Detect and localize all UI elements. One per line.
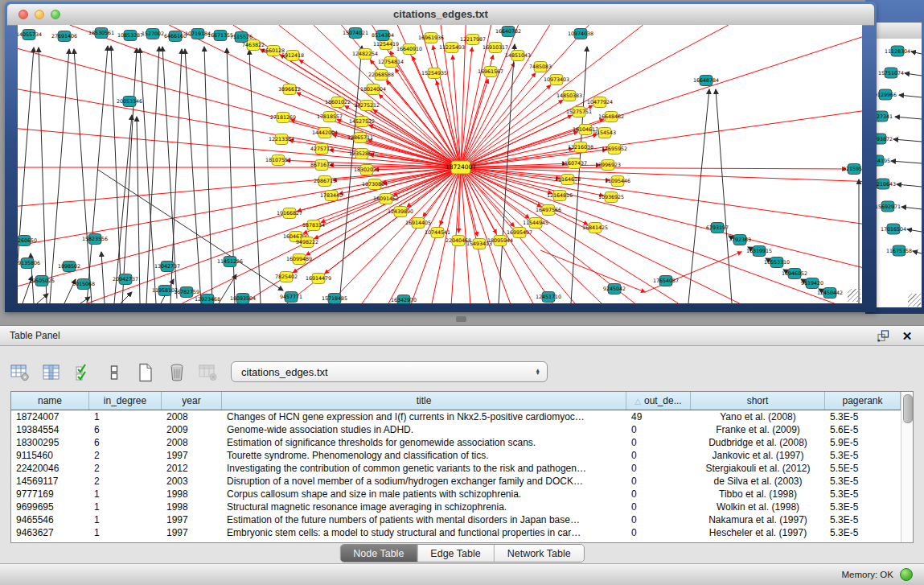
graph-node[interactable]: 16995497 [507, 228, 532, 238]
table-row[interactable]: 1872400712008Changes of HCN gene express… [11, 410, 913, 423]
graph-node[interactable]: 16648784 [693, 76, 719, 86]
graph-node[interactable]: 16640910 [396, 44, 422, 55]
graph-node[interactable]: 8878334 [302, 220, 325, 231]
background-network-canvas[interactable]: 1112830415751074912996692273411209387212… [877, 39, 922, 307]
graph-node[interactable]: 9619420 [801, 278, 823, 289]
graph-node[interactable]: 19166827 [277, 208, 302, 219]
graph-node[interactable]: 12754814 [378, 57, 404, 68]
graph-node[interactable]: 12439890 [388, 207, 413, 217]
graph-node[interactable]: 10477924 [587, 97, 613, 108]
graph-node[interactable]: 15692971 [877, 201, 901, 212]
graph-node[interactable]: 15074021 [343, 28, 368, 39]
scrollbar-thumb[interactable] [903, 394, 913, 423]
table-row[interactable]: 1830029562008Estimation of significance … [11, 436, 913, 449]
new-table-button[interactable] [135, 362, 156, 383]
graph-node[interactable]: 15823556 [82, 234, 108, 245]
background-window-titlebar[interactable] [877, 23, 922, 39]
graph-node[interactable]: 12213384 [269, 134, 294, 145]
graph-node[interactable]: 18601022 [325, 97, 351, 108]
graph-node[interactable]: 12444195 [877, 155, 890, 166]
table-row[interactable]: 1938455462009Genome-wide association stu… [11, 423, 913, 436]
tab-network-table[interactable]: Network Table [494, 545, 584, 562]
graph-node[interactable]: 18107552 [265, 155, 291, 166]
graph-node[interactable]: 14442004 [312, 128, 338, 138]
table-row[interactable]: 911546021997Tourette syndrome. Phenomeno… [11, 449, 913, 462]
graph-node[interactable]: 13042737 [154, 262, 180, 272]
graph-node[interactable]: 9245042 [603, 284, 626, 295]
graph-node[interactable]: 12164816 [547, 191, 573, 201]
graph-node[interactable]: 18530561 [88, 28, 114, 39]
graph-node[interactable]: 14055734 [18, 30, 42, 40]
graph-node[interactable]: 25260650 [18, 236, 37, 246]
graph-node[interactable]: 10853287 [117, 31, 143, 41]
graph-node[interactable]: 12352867 [349, 149, 375, 159]
graph-node[interactable]: 17016504 [881, 224, 906, 234]
graph-node[interactable]: 16910317 [483, 43, 508, 53]
graph-node[interactable]: 10936925 [598, 192, 624, 203]
graph-node[interactable]: 16946052 [782, 269, 807, 279]
graph-node[interactable]: 15254935 [421, 68, 447, 79]
graph-node[interactable]: 18093504 [230, 294, 256, 304]
graph-node[interactable]: 27181269 [270, 113, 296, 123]
select-rows-button[interactable] [72, 362, 93, 383]
column-header-short[interactable]: short [691, 392, 825, 410]
graph-node[interactable]: 9154543 [593, 128, 616, 138]
tab-node-table[interactable]: Node Table [340, 545, 417, 562]
graph-node[interactable]: 2086713 [314, 176, 336, 187]
graph-node[interactable]: 6466160 [164, 31, 187, 42]
table-settings-button[interactable] [10, 362, 31, 383]
graph-node[interactable]: 16841425 [582, 223, 608, 233]
graph-node[interactable]: 9227341 [877, 111, 893, 122]
graph-node[interactable]: 7792363 [729, 235, 751, 245]
graph-node[interactable]: 16342970 [391, 295, 417, 304]
graph-node[interactable]: 16961567 [478, 67, 503, 77]
graph-node[interactable]: 9457771 [280, 292, 302, 303]
graph-node[interactable]: 15751074 [878, 68, 904, 78]
graph-node[interactable]: 14695952 [602, 144, 627, 154]
graph-node[interactable]: 15718485 [322, 294, 347, 304]
resize-grip[interactable] [848, 289, 860, 302]
graph-node[interactable]: 13216038 [568, 142, 593, 153]
graph-node[interactable]: 16914405 [405, 218, 431, 229]
graph-node[interactable]: 14275212 [354, 101, 380, 111]
graph-node[interactable]: 16648462 [598, 112, 624, 122]
graph-node[interactable]: 8215958 [843, 164, 862, 175]
graph-node[interactable]: 14851043 [505, 51, 531, 61]
table-selector-dropdown[interactable]: citations_edges.txt ▲▼ [231, 361, 548, 382]
graph-node[interactable]: 5912418 [281, 51, 304, 61]
row-height-button[interactable] [104, 362, 125, 383]
graph-node[interactable]: 12093872 [877, 134, 893, 144]
column-header-in_degree[interactable]: in_degree [89, 392, 162, 410]
graph-node[interactable]: 11544945 [523, 218, 548, 229]
table-row[interactable]: 946554611997Estimation of the future num… [11, 513, 913, 526]
graph-node[interactable]: 20053346 [117, 97, 142, 107]
graph-node[interactable]: 12451710 [536, 292, 561, 303]
graph-node[interactable]: 1527002 [142, 29, 164, 39]
graph-node[interactable]: 16319915 [746, 246, 772, 257]
table-scrollbar[interactable] [901, 392, 913, 542]
graph-node[interactable]: 14850383 [556, 91, 582, 101]
graph-node[interactable]: 18024004 [360, 84, 386, 95]
column-header-title[interactable]: title [222, 392, 626, 410]
graph-node[interactable]: 11225493 [439, 43, 465, 53]
graph-node[interactable]: 9129966 [877, 89, 897, 100]
graph-node[interactable]: 16497566 [536, 205, 561, 216]
graph-node[interactable]: 7825402 [275, 272, 298, 282]
graph-node[interactable]: 13164618 [555, 175, 581, 185]
close-panel-button[interactable]: ✕ [900, 328, 914, 343]
graph-node[interactable]: 17654087 [653, 276, 679, 286]
delete-table-button[interactable] [166, 362, 187, 383]
graph-node[interactable]: 16914479 [306, 274, 331, 284]
graph-node[interactable]: 16961936 [418, 33, 444, 43]
graph-node[interactable]: 11607437 [561, 159, 587, 169]
graph-node[interactable]: 11451226 [217, 257, 243, 267]
graph-node[interactable]: 19135806 [18, 258, 40, 269]
graph-node[interactable]: 22068588 [368, 70, 394, 80]
graph-node[interactable]: 12450442 [817, 288, 843, 299]
graph-node[interactable]: 27691406 [51, 31, 77, 42]
graph-node[interactable]: 6793197 [706, 223, 729, 233]
table-row[interactable]: 946362711997Embryonic stem cells: a mode… [11, 526, 913, 539]
network-view-canvas[interactable]: 1248225411254419166409101696193611225493… [18, 25, 862, 303]
column-header-name[interactable]: name [11, 392, 89, 410]
graph-node[interactable]: 16640782 [495, 27, 521, 37]
